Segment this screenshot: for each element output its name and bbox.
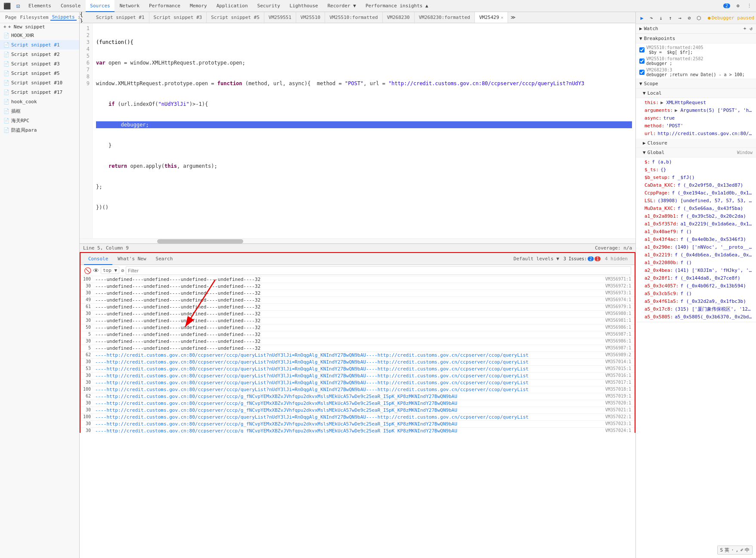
- breakpoints-header[interactable]: ▼ Breakpoints: [636, 34, 756, 43]
- console-row-source[interactable]: VM356981:1: [605, 318, 635, 323]
- console-row-source[interactable]: VM357016:1: [605, 373, 635, 378]
- new-snippet-button[interactable]: + + New snippet: [0, 23, 79, 31]
- script-tab-snippet5[interactable]: Script snippet #5: [207, 12, 264, 23]
- console-link[interactable]: ----http://credit.customs.gov.cn:80/ccps…: [95, 387, 529, 392]
- snippet-item-hook-xhr[interactable]: 📄 HOOK_XHR: [0, 31, 79, 40]
- console-link[interactable]: ----http://credit.customs.gov.cn:80/ccps…: [95, 373, 529, 379]
- code-content[interactable]: (function(){ var open = window.XMLHttpRe…: [93, 23, 635, 238]
- scope-global-item[interactable]: a1_0x290e:(140) ['nNVoc', '__proto__', '…: [636, 244, 756, 251]
- console-row-source[interactable]: VM356980:1: [605, 311, 635, 316]
- scope-global-item[interactable]: a2_0x4bea:(141) ['KOJIm', 'fHJky', 'sksE…: [636, 267, 756, 274]
- console-row-source[interactable]: VM357020:1: [605, 401, 635, 405]
- scope-global-item[interactable]: a5_0x4f61a5:f (_0x32d2a9,_0x1fbc3b): [636, 298, 756, 305]
- console-row-source[interactable]: VM356974:1: [605, 297, 635, 302]
- script-tab-vm25429[interactable]: VM25429 ✕: [475, 12, 508, 23]
- scope-global-item[interactable]: $:f (a,b): [636, 158, 756, 166]
- console-tab-console[interactable]: Console: [84, 253, 112, 265]
- console-link[interactable]: ----http://credit.customs.gov.cn:80/ccps…: [95, 428, 457, 433]
- devtools-icon-inspect[interactable]: ⊡: [13, 1, 23, 11]
- scope-global-item[interactable]: a1_0x2219:f (_0x4db6ea,_0x1da6ea,_0x160b…: [636, 251, 756, 259]
- scope-global-item[interactable]: CcppPage:f (_0xe194ac,_0x1a1d0b,_0x171d7…: [636, 189, 756, 197]
- more-options-icon[interactable]: ⋮: [744, 1, 754, 11]
- script-tab-snippet1[interactable]: Script snippet #1: [92, 12, 149, 23]
- snippet-item-kuang[interactable]: 📄 插框: [0, 106, 79, 116]
- snippet-item-haikuan-rpc[interactable]: 📄 海关RPC: [0, 116, 79, 125]
- devtools-icon-left[interactable]: ⬛: [2, 1, 12, 11]
- resume-button[interactable]: ▶: [638, 14, 646, 22]
- tab-sources[interactable]: Sources: [86, 0, 114, 12]
- script-tab-vm268230-formatted[interactable]: VM268230:formatted: [415, 12, 475, 23]
- code-scrollbar[interactable]: [80, 238, 635, 244]
- scope-global-item[interactable]: LSL:(38908) [undefined, 57, 57, 53, 50, …: [636, 197, 756, 205]
- snippet-item-3[interactable]: 📄 Script snippet #3: [0, 59, 79, 68]
- format-icon[interactable]: { }: [80, 12, 90, 23]
- scope-global-item[interactable]: a5_0x5805:a5_0x5805(_0x3b6370,_0x2bd060): [636, 313, 756, 321]
- global-header[interactable]: ▼ Global Window: [636, 148, 756, 157]
- tab-recorder[interactable]: Recorder ▼: [323, 0, 360, 12]
- scope-global-item[interactable]: a5_0x17c8:(315) ['厦门象伟保税区', '1207F943', …: [636, 305, 756, 313]
- step-button[interactable]: →: [675, 14, 684, 22]
- show-live-expressions-icon[interactable]: 👁: [93, 267, 99, 274]
- snippet-item-10[interactable]: 📄 Script snippet #10: [0, 78, 79, 87]
- clear-console-icon[interactable]: 🚫: [84, 267, 91, 274]
- scope-global-item[interactable]: $b_setup:f _$fJ(): [636, 174, 756, 182]
- console-row-source[interactable]: VM357015:1: [605, 366, 635, 371]
- scope-global-item[interactable]: MuData_KXC:f (_0x5e66aa,_0x43f5ba): [636, 205, 756, 213]
- scope-global-item[interactable]: a5_0x3c4057:f (_0x4b06f2,_0x13b594): [636, 282, 756, 290]
- console-row-source[interactable]: VM356986:1: [605, 339, 635, 343]
- watch-header[interactable]: ▶ Watch + ↺: [636, 24, 756, 34]
- more-tabs-icon[interactable]: ≫: [508, 12, 518, 23]
- local-header[interactable]: ▼ Local: [636, 89, 756, 98]
- tab-performance-insights[interactable]: Performance insights ▲: [361, 0, 433, 12]
- console-filter-input[interactable]: [126, 266, 631, 275]
- settings-icon[interactable]: ⚙: [733, 1, 743, 11]
- script-tab-vm25510-formatted[interactable]: VM25510:formatted: [325, 12, 383, 23]
- console-row-source[interactable]: VM356973:1: [605, 290, 635, 295]
- snippet-item-2[interactable]: 📄 Script snippet #2: [0, 49, 79, 59]
- filter-icon[interactable]: ⊘: [121, 268, 124, 274]
- console-row-source[interactable]: VM357021:1: [605, 407, 635, 412]
- console-row-source[interactable]: VM356987:1: [605, 345, 635, 350]
- default-levels-dropdown[interactable]: Default levels ▼: [510, 256, 563, 262]
- console-row-source[interactable]: VM357022:1: [605, 414, 635, 419]
- tab-security[interactable]: Security: [253, 0, 285, 12]
- scope-local-item[interactable]: this:XMLHttpRequest: [636, 99, 756, 107]
- tab-page[interactable]: Page: [3, 15, 19, 20]
- console-row-source[interactable]: VM356989:2: [605, 352, 635, 357]
- scope-global-item[interactable]: a2_0x28f1:f (_0x144da8,_0x27ce8f): [636, 274, 756, 282]
- console-row-source[interactable]: VM357023:1: [605, 421, 635, 426]
- console-link[interactable]: ----http://credit.customs.gov.cn:80/ccps…: [95, 394, 457, 399]
- add-watch-icon[interactable]: +: [744, 26, 747, 31]
- deactivate-breakpoints-button[interactable]: ⊘: [685, 14, 694, 22]
- console-row-source[interactable]: VM357024:1: [605, 428, 635, 433]
- tab-network[interactable]: Network: [115, 0, 144, 12]
- script-tab-snippet3[interactable]: Script snippet #3: [149, 12, 207, 23]
- top-selector[interactable]: top ▼: [101, 267, 119, 274]
- scope-global-item[interactable]: CaData_KXC:f (_0x2e9f50,_0x13ed87): [636, 182, 756, 189]
- console-link[interactable]: ----http://credit.customs.gov.cn:80/ccps…: [95, 421, 457, 427]
- scope-global-item[interactable]: $_ts:{}: [636, 166, 756, 174]
- scope-local-item[interactable]: async:true: [636, 114, 756, 122]
- script-tab-vm268230[interactable]: VM268230: [383, 12, 415, 23]
- console-row-source[interactable]: VM357018:1: [605, 387, 635, 392]
- bp-checkbox-2[interactable]: [639, 59, 644, 64]
- script-tab-vm25510[interactable]: VM25510: [296, 12, 325, 23]
- console-link[interactable]: ----http://credit.customs.gov.cn:80/ccps…: [95, 380, 529, 385]
- scope-local-item[interactable]: url:http://credit.customs.gov.cn:80/ccps…: [636, 130, 756, 138]
- closure-header[interactable]: ▶ Closure: [636, 139, 756, 148]
- snippet-item-hook-cook[interactable]: 📄 hook_cook: [0, 97, 79, 106]
- scope-global-item[interactable]: a5_0x3cb5c9:f (): [636, 290, 756, 298]
- scope-local-item[interactable]: arguments:Arguments(5) ['POST', 'http://…: [636, 107, 756, 114]
- console-tab-whatsnew[interactable]: What's New: [113, 253, 150, 265]
- tab-snippets[interactable]: Snippets: [50, 14, 77, 21]
- bp-checkbox-1[interactable]: [639, 47, 644, 52]
- scope-global-item[interactable]: a1_0x40aef9:f (): [636, 228, 756, 236]
- console-link[interactable]: ----http://credit.customs.gov.cn:80/ccps…: [95, 366, 529, 372]
- snippet-item-5[interactable]: 📄 Script snippet #5: [0, 68, 79, 78]
- tab-performance[interactable]: Performance: [145, 0, 185, 12]
- console-row-source[interactable]: VM357017:1: [605, 380, 635, 385]
- scope-global-item[interactable]: a1_0x2a89b1:f (_0x39c5b2,_0x20c2da): [636, 213, 756, 220]
- console-row-source[interactable]: VM357014:1: [605, 359, 635, 364]
- console-link[interactable]: ----http://credit.customs.gov.cn:80/ccps…: [95, 401, 457, 406]
- close-tab-icon[interactable]: ✕: [501, 12, 503, 23]
